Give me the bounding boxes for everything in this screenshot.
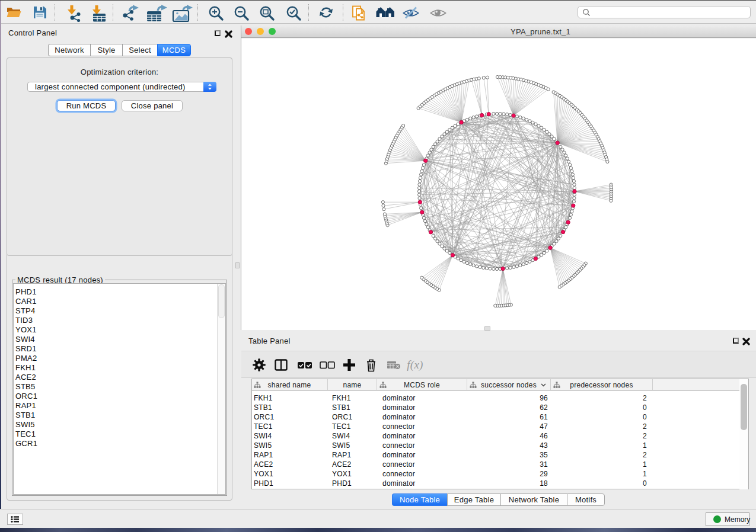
- svg-text:f(x): f(x): [407, 358, 423, 371]
